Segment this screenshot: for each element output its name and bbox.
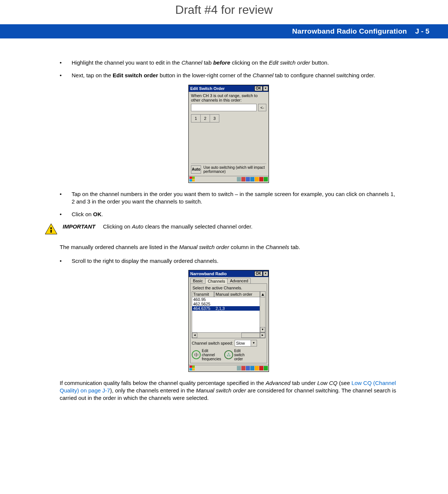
instruction-text: When CH 3 is out of range, switch to oth… [191, 93, 266, 102]
speed-dropdown[interactable]: Slow [235, 340, 257, 347]
bullets-scroll: Scroll to the right to display the manua… [60, 257, 398, 265]
text: The manually ordered channels are listed… [60, 244, 179, 250]
tray-icon[interactable] [255, 366, 259, 370]
cycle-icon [224, 350, 233, 359]
tray-icon[interactable] [246, 366, 250, 370]
channel-3-button[interactable]: 3 [210, 114, 219, 122]
text-bem: before [213, 59, 230, 66]
tray-icons [237, 177, 268, 181]
tab-basic[interactable]: Basic [190, 278, 206, 283]
tray-icon[interactable] [259, 366, 263, 370]
warning-icon [45, 223, 57, 234]
text-em: Advanced [266, 380, 291, 386]
text: button. [310, 59, 329, 66]
cell [216, 297, 259, 302]
bullet-item: Highlight the channel you want to edit i… [60, 59, 398, 66]
scroll-left[interactable]: ◄ [192, 333, 197, 338]
bullet-item: Scroll to the right to display the manua… [60, 257, 398, 265]
start-icon[interactable] [189, 366, 196, 371]
tray-icon[interactable] [241, 177, 245, 181]
text: Clicking on [103, 223, 132, 230]
cell: 462.5625 [193, 302, 216, 306]
scroll-down[interactable]: ▼ [260, 327, 265, 332]
edit-frequencies-button[interactable]: Edit channel frequencies [192, 349, 221, 361]
figure-narrowband-radio: Narrowband Radio OK × Basic Channels Adv… [60, 270, 398, 372]
tray-icons [237, 366, 268, 370]
ok-button[interactable]: OK [254, 86, 263, 91]
col-manual[interactable]: Manual switch order [214, 291, 260, 297]
tray-icon[interactable] [250, 177, 254, 181]
text-b: Edit switch order [113, 72, 158, 78]
text: clears the manually selected channel ord… [143, 223, 253, 230]
tab-advanced[interactable]: Advanced [227, 278, 251, 283]
cell [216, 302, 259, 306]
tray-icon[interactable] [246, 177, 250, 181]
text: tab. [289, 244, 300, 250]
edit-switch-order-button[interactable]: Edit switch order [224, 349, 245, 361]
tray-icon[interactable] [259, 177, 263, 181]
text-em: Auto [132, 223, 144, 230]
backspace-button[interactable]: <- [258, 104, 266, 111]
ok-button[interactable]: OK [254, 271, 263, 276]
order-field[interactable] [191, 104, 257, 111]
channel-1-button[interactable]: 1 [191, 114, 201, 122]
header-bar: Narrowband Radio Configuration J - 5 [0, 24, 448, 38]
text-em: Edit switch order [269, 59, 310, 66]
important-note: IMPORTANT Clicking on Auto clears the ma… [45, 223, 398, 234]
tabs: Basic Channels Advanced [189, 277, 269, 283]
paragraph: If communication quality falls below the… [60, 379, 398, 402]
tray-icon[interactable] [255, 177, 259, 181]
text-em: Channel [181, 59, 202, 66]
table-row[interactable]: 460.95 [192, 297, 260, 302]
text-em: Channels [266, 244, 289, 250]
text: column in the [229, 244, 266, 250]
window-title: Edit Switch Order [190, 86, 225, 91]
taskbar [189, 176, 269, 183]
start-icon[interactable] [189, 177, 196, 182]
subtitle: Select the active Channels. [192, 285, 266, 291]
svg-point-1 [50, 227, 52, 229]
text: tab [202, 59, 213, 66]
text: ), only the channels entered in the [110, 387, 196, 394]
vertical-scrollbar[interactable]: ▼ [260, 297, 265, 332]
close-button[interactable]: × [263, 271, 268, 276]
text-em: Channel [253, 72, 273, 78]
text: button in the lower-right corner of the [158, 72, 253, 78]
close-button[interactable]: × [263, 86, 268, 91]
text: tab under [291, 380, 317, 386]
tray-icon[interactable] [237, 366, 241, 370]
window-titlebar: Edit Switch Order OK × [189, 85, 269, 92]
bullets-top: Highlight the channel you want to edit i… [60, 59, 398, 80]
text: Click on [72, 211, 93, 217]
bullet-item: Tap on the channel numbers in the order … [60, 190, 398, 206]
tray-icon[interactable] [241, 366, 245, 370]
window-edit-switch: Edit Switch Order OK × When CH 3 is out … [188, 85, 269, 183]
tab-channels[interactable]: Channels [205, 278, 228, 284]
figure-edit-switch-order: Edit Switch Order OK × When CH 3 is out … [60, 85, 398, 183]
auto-button[interactable]: Auto [191, 165, 201, 174]
text-b: OK [93, 211, 102, 217]
bullet-item: Next, tap on the Edit switch order butto… [60, 72, 398, 79]
table-row[interactable]: 462.5625 [192, 302, 260, 306]
scroll-thumb[interactable] [241, 333, 260, 338]
horizontal-scrollbar[interactable]: ◄ ► [192, 333, 266, 338]
col-transmit[interactable]: Transmit [192, 291, 214, 297]
tray-icon[interactable] [264, 177, 268, 181]
tray-icon[interactable] [237, 177, 241, 181]
taskbar [189, 365, 269, 372]
list-header: Transmit Manual switch order ▲ [192, 291, 266, 297]
cell: 460.95 [193, 297, 216, 302]
auto-text: Use auto switching (which will impact pe… [203, 165, 266, 174]
text: Highlight the channel you want to edit i… [72, 59, 181, 66]
important-label: IMPORTANT [63, 223, 95, 230]
bullet-item: Click on OK. [60, 211, 398, 218]
tray-icon[interactable] [250, 366, 254, 370]
channel-2-button[interactable]: 2 [200, 114, 210, 122]
text-em: Manual switch order [196, 387, 246, 394]
scroll-up[interactable]: ▲ [260, 291, 266, 297]
tray-icon[interactable] [264, 366, 268, 370]
scroll-right[interactable]: ► [260, 333, 265, 338]
table-row[interactable]: 464.6375 2,1,3 [192, 306, 260, 311]
header-title: Narrowband Radio Configuration [292, 27, 407, 35]
bullets-mid: Tap on the channel numbers in the order … [60, 190, 398, 218]
